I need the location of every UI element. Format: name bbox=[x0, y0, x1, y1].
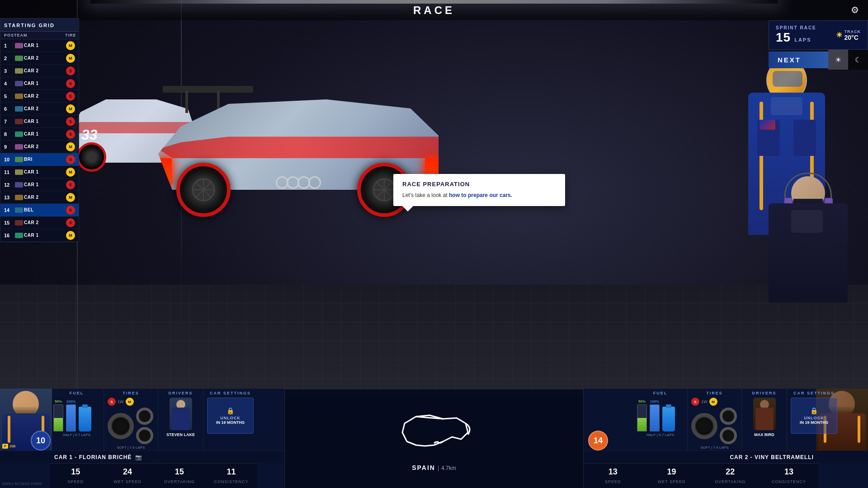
grid-pos-15: 15 bbox=[4, 220, 14, 225]
grid-row-11: 11CAR 1M bbox=[0, 166, 79, 178]
grid-rows: 1CAR 1M2CAR 2M3CAR 2S4CAR 1S5CAR 2S6CAR … bbox=[0, 39, 79, 242]
team-shape-13 bbox=[15, 195, 23, 200]
grid-tire-5: S bbox=[66, 92, 75, 101]
team-shape-7 bbox=[15, 119, 23, 124]
car2-stat-consistency: 13 CONSISTENCY bbox=[760, 465, 818, 487]
circuit-name-container: SPAIN | 4.7km bbox=[412, 464, 456, 471]
car2-wet-speed-label: WET SPEED bbox=[658, 479, 686, 484]
grid-row-5: 5CAR 2S bbox=[0, 90, 79, 103]
team-shape-10 bbox=[15, 157, 23, 162]
grid-pos-1: 1 bbox=[4, 43, 14, 48]
car-light-left bbox=[158, 158, 172, 185]
car2-tire-type2-badge: M bbox=[709, 398, 717, 406]
suit-arm-right bbox=[793, 120, 816, 156]
grid-header-title: STARTING GRID bbox=[4, 23, 55, 28]
grid-team-icon-13 bbox=[14, 194, 24, 201]
race-prep-title: RACE PREPARATION bbox=[402, 181, 556, 188]
car1-fuel-bar-50 bbox=[53, 404, 63, 432]
car1-speed-value: 15 bbox=[52, 467, 99, 477]
car2-number-badge: 14 bbox=[588, 431, 608, 450]
analyst-character bbox=[764, 176, 854, 303]
grid-row-13: 13CAR 2M bbox=[0, 191, 79, 204]
helmet-visor bbox=[773, 71, 802, 87]
car2-driver-full-name: CAR 2 - VINY BELTRAMELLI bbox=[730, 454, 814, 460]
settings-icon[interactable]: ⚙ bbox=[851, 5, 859, 15]
grid-row-6: 6CAR 2M bbox=[0, 103, 79, 115]
team-shape-9 bbox=[15, 144, 23, 150]
team-shape-4 bbox=[15, 81, 23, 86]
car-wheel-rear bbox=[176, 163, 231, 217]
car2-tires-label: TIRES bbox=[691, 391, 738, 395]
temp-value: 20°C bbox=[844, 34, 861, 41]
next-button-area[interactable]: NEXT ☀ ☾ bbox=[769, 50, 868, 70]
grid-pos-14: 14 bbox=[4, 207, 14, 213]
team-shape-5 bbox=[15, 94, 23, 99]
brightness-icon-btn[interactable]: ☀ bbox=[828, 50, 848, 70]
grid-row-8: 8CAR 1S bbox=[0, 128, 79, 141]
grid-car-10: BRI bbox=[24, 157, 66, 162]
grid-tire-14: S bbox=[66, 206, 75, 215]
grid-pos-3: 3 bbox=[4, 68, 14, 74]
grid-row-1: 1CAR 1M bbox=[0, 39, 79, 52]
sun-icon: ☀ bbox=[836, 31, 842, 39]
car1-fuel-100: 100% bbox=[66, 399, 75, 404]
car1-driver-mini-body bbox=[172, 408, 190, 430]
car1-fuel-bar-100 bbox=[66, 404, 76, 432]
grid-car-12: CAR 1 bbox=[24, 182, 66, 187]
car1-speed-label: SPEED bbox=[68, 479, 84, 484]
grid-team-icon-7 bbox=[14, 118, 24, 125]
grid-car-7: CAR 1 bbox=[24, 119, 66, 124]
car2-driver-name-bar: CAR 2 - VINY BELTRAMELLI bbox=[584, 450, 868, 463]
car2-consistency-value: 13 bbox=[762, 467, 816, 477]
sprint-race-label: SPRINT RACE bbox=[776, 25, 816, 30]
prep-text-before: Let's take a look at bbox=[402, 192, 449, 198]
team-shape-6 bbox=[15, 106, 23, 112]
car1-suit-stripe bbox=[8, 416, 10, 443]
car2-driver-mini-icon bbox=[753, 398, 776, 430]
car1-fuel-fill-100 bbox=[66, 405, 75, 431]
car2-canister-cap bbox=[666, 404, 671, 408]
laps-info: 15 LAPS bbox=[776, 30, 816, 45]
car1-tire-type2-badge: M bbox=[126, 398, 134, 406]
grid-team-icon-14 bbox=[14, 206, 24, 214]
grid-tire-15: S bbox=[66, 218, 75, 227]
car2-tire-inner bbox=[695, 417, 714, 436]
camera-icon: 📷 bbox=[135, 454, 142, 460]
car1-fuel-label: FUEL bbox=[53, 391, 100, 395]
grid-car-8: CAR 1 bbox=[24, 131, 66, 136]
car1-settings-locked: 🔒 UNLOCK IN 19 MONTHS bbox=[207, 398, 254, 434]
car2-stat-wet-speed: 19 WET SPEED bbox=[642, 465, 701, 487]
team-shape-14 bbox=[15, 207, 23, 213]
grid-car-14: BEL bbox=[24, 207, 66, 212]
car2-overtaking-label: OVERTAKING bbox=[715, 479, 745, 484]
grid-car-3: CAR 2 bbox=[24, 68, 66, 73]
car2-fuel-canister bbox=[662, 407, 675, 432]
car1-sponsor-badge: P bbox=[2, 444, 8, 449]
grid-pos-7: 7 bbox=[4, 119, 14, 124]
car2-lock-icon: 🔒 bbox=[810, 407, 818, 414]
next-button[interactable]: NEXT bbox=[769, 52, 828, 68]
circuit-name: SPAIN bbox=[412, 464, 435, 471]
car2-overtaking-value: 22 bbox=[703, 467, 758, 477]
grid-car-15: CAR 2 bbox=[24, 220, 66, 225]
car1-tires-label: TIRES bbox=[108, 391, 154, 395]
grid-header: STARTING GRID bbox=[0, 19, 79, 32]
grid-car-5: CAR 2 bbox=[24, 94, 66, 99]
car1-tire-week: 1W bbox=[118, 399, 124, 404]
car1-drivers-label: DRIVERS bbox=[162, 391, 199, 395]
grid-car-6: CAR 2 bbox=[24, 106, 66, 111]
race-prep-text: Let's take a look at how to prepare our … bbox=[402, 191, 556, 199]
col-pos: POS bbox=[4, 33, 14, 38]
team-shape-16 bbox=[15, 233, 23, 238]
team-shape-3 bbox=[15, 68, 23, 74]
team-shape-12 bbox=[15, 182, 23, 188]
race-prep-tooltip: RACE PREPARATION Let's take a look at ho… bbox=[393, 174, 565, 206]
grid-row-3: 3CAR 2S bbox=[0, 65, 79, 77]
grid-pos-13: 13 bbox=[4, 195, 14, 200]
track-temp: ☀ TRACK 20°C bbox=[836, 29, 861, 41]
suit-stripe-left bbox=[760, 102, 763, 210]
moon-icon-btn[interactable]: ☾ bbox=[848, 50, 868, 70]
car2-tire-large bbox=[691, 413, 717, 439]
car1-tire-small1 bbox=[136, 408, 153, 425]
car1-driver-name: STEVEN LAKE bbox=[166, 432, 195, 437]
